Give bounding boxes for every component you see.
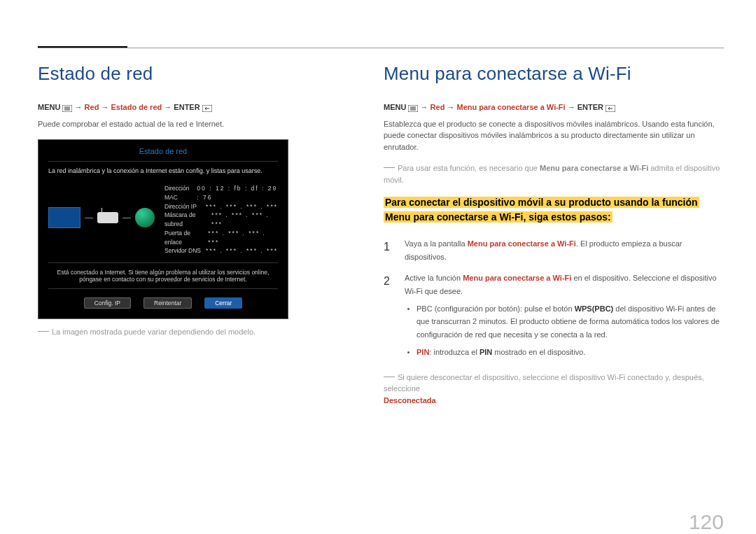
menu-icon [62, 102, 72, 114]
router-icon [97, 212, 118, 223]
step-1: 1 Vaya a la pantalla Menu para conectars… [384, 237, 724, 263]
step-2: 2 Active la función Menu para conectarse… [384, 272, 724, 363]
top-rule [38, 48, 724, 48]
tv-status-msg: La red inalámbrica y la conexión a Inter… [48, 161, 278, 177]
breadcrumb-left: MENU → Red → Estado de red → ENTER [38, 101, 351, 114]
tv-screenshot: Estado de red La red inalámbrica y la co… [38, 139, 288, 319]
menu-icon [408, 102, 418, 114]
heading-wifi-menu: Menu para conectarse a Wi-Fi [384, 63, 724, 85]
bullet-pbc: PBC (configuración por botón): pulse el … [405, 302, 724, 342]
left-description: Puede comprobar el estado actual de la r… [38, 118, 351, 130]
globe-icon [135, 208, 155, 227]
breadcrumb-right: MENU → Red → Menu para conectarse a Wi-F… [384, 101, 724, 114]
tv-footer-msg: Está conectado a Internet. Si tiene algú… [48, 262, 278, 289]
tv-title: Estado de red [48, 147, 278, 155]
heading-estado-de-red: Estado de red [38, 63, 351, 85]
image-may-vary-note: La imagen mostrada puede variar dependie… [38, 326, 351, 338]
close-button[interactable]: Cerrar [204, 297, 242, 309]
enter-icon [606, 102, 615, 114]
manual-page: Estado de red MENU → Red → Estado de red… [0, 0, 756, 534]
page-number: 120 [689, 510, 724, 534]
right-column: Menu para conectarse a Wi-Fi MENU → Red … [384, 63, 724, 406]
retry-button[interactable]: Reintentar [144, 297, 192, 309]
device-icon [48, 207, 80, 228]
config-ip-button[interactable]: Config. IP [84, 297, 131, 309]
connection-diagram [48, 206, 155, 234]
network-info-table: Dirección MAC00 : 12 : fb : df : 29 : 76… [164, 184, 278, 255]
left-column: Estado de red MENU → Red → Estado de red… [38, 63, 351, 406]
function-requirement-note: Para usar esta función, es necesario que… [384, 162, 724, 185]
enter-icon [202, 102, 212, 114]
disconnect-note: Si quiere desconectar el dispositivo, se… [384, 372, 724, 407]
highlighted-instructions: Para conectar el dispositivo móvil a su … [384, 195, 713, 225]
bullet-pin: PIN: introduzca el PIN mostrado en el di… [405, 346, 724, 359]
right-description: Establezca que el producto se conecte a … [384, 118, 724, 153]
